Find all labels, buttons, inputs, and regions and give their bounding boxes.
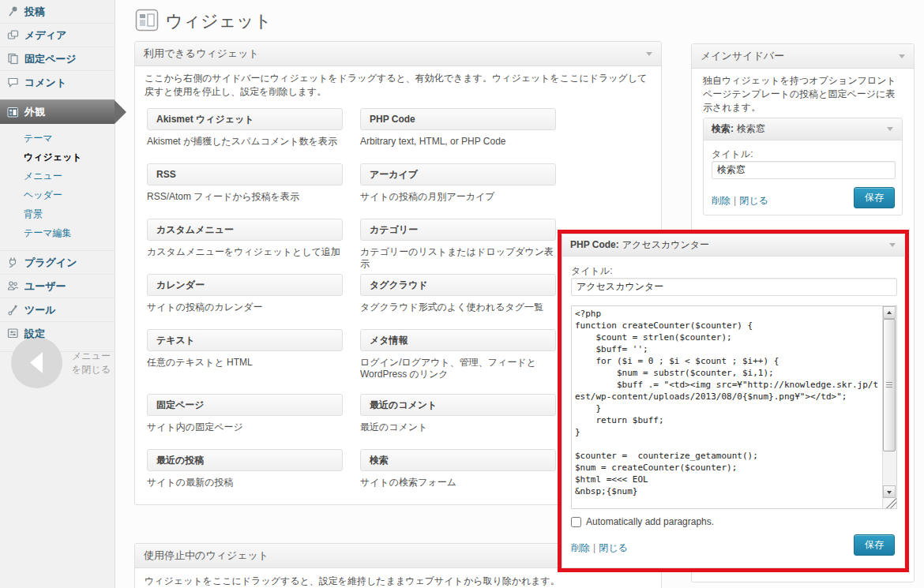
save-button[interactable]: 保存 xyxy=(854,534,895,556)
widget-card-title: カテゴリー xyxy=(370,224,418,235)
widget-card-title: カスタムメニュー xyxy=(156,224,234,235)
sidebar-item-appearance-current[interactable]: 外観 xyxy=(0,99,115,124)
sidebar-item-pages[interactable]: 固定ページ xyxy=(0,47,115,70)
php-code-textarea[interactable]: <?php function createCounter($counter) {… xyxy=(571,305,897,509)
widget-card-title-bar[interactable]: 最近の投稿 xyxy=(147,449,343,471)
scroll-up-button[interactable] xyxy=(883,306,896,319)
widget-card-title: RSS xyxy=(156,169,176,180)
widget-card-title: 最近のコメント xyxy=(370,399,437,410)
collapse-menu-button[interactable]: メニューを閉じる xyxy=(0,351,115,374)
toggle-arrow-icon[interactable] xyxy=(899,54,905,58)
php-widget-header[interactable]: PHP Code:アクセスカウンター xyxy=(562,234,904,257)
available-widgets-header[interactable]: 利用できるウィジェット xyxy=(135,42,661,66)
sidebar-item-settings[interactable]: 設定 xyxy=(0,321,115,345)
widget-card-title-bar[interactable]: 固定ページ xyxy=(147,394,343,416)
sidebar-item-users[interactable]: ユーザー xyxy=(0,274,115,298)
widget-card-desc: RSS/Atom フィードから投稿を表示 xyxy=(147,191,343,203)
widget-card-desc: 任意のテキストと HTML xyxy=(147,357,343,369)
widget-card-title: メタ情報 xyxy=(370,335,408,346)
widget-card-tag-cloud[interactable]: タグクラウド タグクラウド形式のよく使われるタグ一覧 xyxy=(360,274,556,313)
autop-checkbox[interactable] xyxy=(571,517,581,527)
widget-card-recent-posts[interactable]: 最近の投稿 サイトの最新の投稿 xyxy=(147,449,343,489)
submenu-item-widgets[interactable]: ウィジェット xyxy=(0,148,115,167)
widget-card-calendar[interactable]: カレンダー サイトの投稿のカレンダー xyxy=(147,274,343,313)
appearance-icon xyxy=(7,107,19,118)
widget-card-text[interactable]: テキスト 任意のテキストと HTML xyxy=(147,329,343,369)
delete-link[interactable]: 削除 xyxy=(712,195,731,206)
submenu-item-background[interactable]: 背景 xyxy=(0,205,115,224)
toggle-arrow-icon[interactable] xyxy=(646,52,652,56)
widget-card-title-bar[interactable]: RSS xyxy=(147,163,343,185)
widget-card-title-bar[interactable]: タグクラウド xyxy=(360,274,556,296)
search-widget-title-input[interactable] xyxy=(712,161,896,179)
link-separator: | xyxy=(734,195,736,206)
widget-card-pages[interactable]: 固定ページ サイト内の固定ページ xyxy=(147,394,343,433)
search-widget-links: 削除|閉じる xyxy=(712,193,768,208)
sidebar-item-label: コメント xyxy=(24,76,66,90)
main-sidebar-header[interactable]: メインサイドバー xyxy=(692,44,914,69)
widget-card-akismet[interactable]: Akismet ウィジェット Akismet が捕獲したスパムコメント数を表示 xyxy=(147,108,343,148)
widget-card-recent-comments[interactable]: 最近のコメント 最近のコメント xyxy=(360,394,556,433)
sidebar-item-plugins[interactable]: プラグイン xyxy=(0,250,115,274)
textarea-resize-grip[interactable] xyxy=(884,498,896,508)
submenu-item-themes[interactable]: テーマ xyxy=(0,129,115,148)
sidebar-item-label: プラグイン xyxy=(24,256,77,270)
php-code-content[interactable]: <?php function createCounter($counter) {… xyxy=(572,306,882,508)
sidebar-item-label: 固定ページ xyxy=(24,52,77,66)
widget-card-title-bar[interactable]: カテゴリー xyxy=(360,219,556,241)
autop-label: Automatically add paragraphs. xyxy=(586,516,714,527)
widget-card-rss[interactable]: RSS RSS/Atom フィードから投稿を表示 xyxy=(147,163,343,203)
comment-icon xyxy=(7,77,19,88)
available-widgets-description: ここから右側のサイドバーにウィジェットをドラッグすると、有効化できます。ウィジェ… xyxy=(145,72,654,99)
submenu-item-header[interactable]: ヘッダー xyxy=(0,186,115,205)
widget-card-title: アーカイブ xyxy=(370,169,418,180)
textarea-scrollbar[interactable] xyxy=(882,306,896,508)
widget-card-title-bar[interactable]: メタ情報 xyxy=(360,329,556,351)
close-link[interactable]: 閉じる xyxy=(739,195,768,206)
red-highlight-annotation: PHP Code:アクセスカウンター タイトル: <?php function … xyxy=(558,230,909,572)
sidebar-item-comments[interactable]: コメント xyxy=(0,70,115,94)
plugin-icon xyxy=(7,257,19,268)
users-icon xyxy=(7,280,19,292)
widget-card-title: カレンダー xyxy=(156,279,205,290)
wordpress-admin-widgets-page: 投稿 メディア 固定ページ コメント 外観 テーマ ウィジェット メニュー ヘッ… xyxy=(0,0,924,588)
submenu-item-editor[interactable]: テーマ編集 xyxy=(0,224,115,243)
scroll-down-button[interactable] xyxy=(883,485,896,498)
widget-card-php-code[interactable]: PHP Code Arbitrary text, HTML, or PHP Co… xyxy=(360,108,556,148)
php-widget-title-input[interactable] xyxy=(571,278,897,296)
widget-card-categories[interactable]: カテゴリー カテゴリーのリストまたはドロップダウン表示 xyxy=(360,219,556,270)
sidebar-item-media[interactable]: メディア xyxy=(0,23,115,47)
delete-link[interactable]: 削除 xyxy=(571,542,590,553)
widget-card-title-bar[interactable]: アーカイブ xyxy=(360,163,556,185)
widget-card-title-bar[interactable]: PHP Code xyxy=(360,108,556,130)
sidebar-item-label: メディア xyxy=(24,28,66,43)
widget-card-archives[interactable]: アーカイブ サイトの投稿の月別アーカイブ xyxy=(360,163,556,203)
sidebar-item-tools[interactable]: ツール xyxy=(0,298,115,321)
admin-sidebar: 投稿 メディア 固定ページ コメント 外観 テーマ ウィジェット メニュー ヘッ… xyxy=(0,0,115,588)
current-menu-arrow-icon xyxy=(115,100,126,124)
widget-card-search[interactable]: 検索 サイトの検索フォーム xyxy=(360,449,556,489)
sidebar-item-posts[interactable]: 投稿 xyxy=(0,0,115,23)
widget-card-title: テキスト xyxy=(156,335,195,346)
widget-card-meta[interactable]: メタ情報 ログイン/ログアウト、管理、フィードと WordPress のリンク xyxy=(360,329,556,380)
page-title: ウィジェット xyxy=(165,9,272,33)
widget-card-title-bar[interactable]: カレンダー xyxy=(147,274,343,296)
toggle-arrow-icon[interactable] xyxy=(889,243,896,247)
save-button[interactable]: 保存 xyxy=(854,187,895,208)
pin-icon xyxy=(7,6,19,17)
toggle-arrow-icon[interactable] xyxy=(887,127,893,131)
widget-card-title: 固定ページ xyxy=(156,399,205,410)
scrollbar-thumb[interactable] xyxy=(883,319,896,451)
widget-card-title-bar[interactable]: 最近のコメント xyxy=(360,394,556,416)
widget-card-custom-menu[interactable]: カスタムメニュー カスタムメニューをウィジェットとして追加 xyxy=(147,219,343,258)
widget-card-desc: カテゴリーのリストまたはドロップダウン表示 xyxy=(360,246,556,270)
title-field-label: タイトル: xyxy=(712,148,753,161)
widget-card-title-bar[interactable]: 検索 xyxy=(360,449,556,471)
widget-card-title-bar[interactable]: カスタムメニュー xyxy=(147,219,343,241)
widget-card-title-bar[interactable]: テキスト xyxy=(147,329,343,351)
search-widget-header[interactable]: 検索:検索窓 xyxy=(704,118,902,140)
link-separator: | xyxy=(593,542,595,553)
close-link[interactable]: 閉じる xyxy=(599,542,628,553)
widget-card-title-bar[interactable]: Akismet ウィジェット xyxy=(147,108,343,130)
submenu-item-menus[interactable]: メニュー xyxy=(0,167,115,186)
